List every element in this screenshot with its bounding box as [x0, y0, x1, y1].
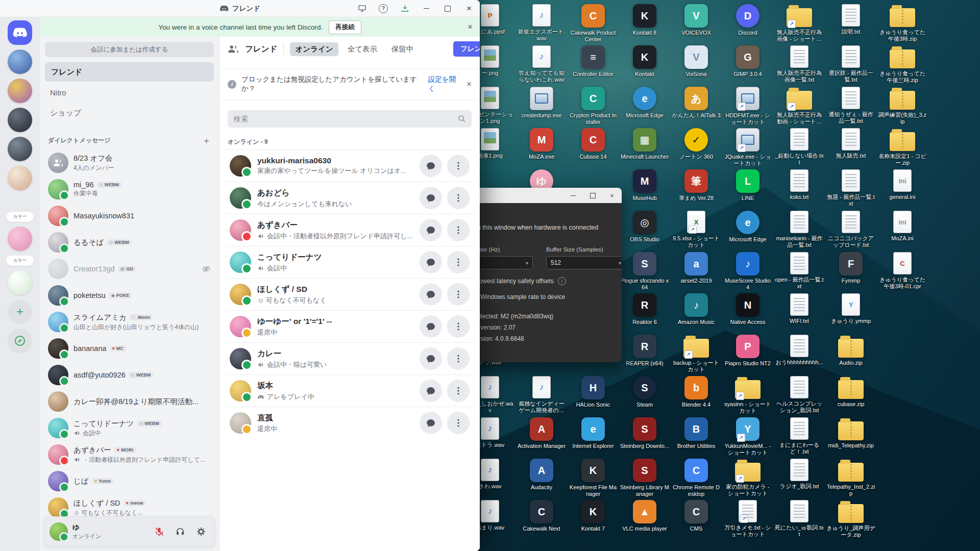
maximize-button[interactable]	[437, 0, 458, 17]
desktop-icon[interactable]: G ↗ GIMP 3.0.4	[723, 45, 772, 78]
desktop-icon[interactable]: S ↗ Steinberg Downlo...	[620, 417, 669, 449]
info-icon[interactable]: i	[558, 277, 566, 285]
desktop-icon[interactable]: K ↗ Keepforest File Manager	[569, 459, 618, 497]
dm-item[interactable]: mi_96 ◇WEBM 作業中毒	[44, 176, 215, 203]
desktop-icon[interactable]: ↗ ksks.txt	[775, 169, 824, 201]
more-options-button[interactable]	[447, 412, 470, 434]
friend-row[interactable]: あおどら 今はメンションしても来れない	[226, 182, 474, 214]
reconnect-button[interactable]: 再接続	[329, 20, 361, 34]
help-icon[interactable]: ?	[373, 0, 394, 17]
message-button[interactable]	[420, 315, 442, 338]
update-download-icon[interactable]	[394, 0, 415, 17]
desktop-icon[interactable]: ♪ ↗ 答え知ってても知らないわこれ.wav	[517, 45, 566, 83]
desktop-icon[interactable]: Y ↗ きゅうり.ymmp	[826, 293, 875, 324]
desktop-icon[interactable]: ↗ HDDFMT.exe - ショートカット	[723, 87, 772, 126]
dm-item[interactable]: あずきバー ♥MORI ・活動者様以外原則フレンド申請許可してま...	[44, 441, 215, 468]
eye-slash-icon[interactable]	[202, 264, 211, 273]
user-panel[interactable]: ゆ オンライン	[44, 516, 215, 547]
desktop-icon[interactable]: a ↗ airset2-2019	[672, 252, 721, 284]
desktop-icon[interactable]: ↗ きゅうり食ってた午後3時.zip	[878, 4, 927, 42]
desktop-icon[interactable]: ↗ 調声練習(失敗)_3.zip	[878, 87, 927, 125]
tab[interactable]: 保留中	[386, 42, 419, 56]
friend-row[interactable]: yukkuri-marisa0630 家康の家やってツールを操ツール オリコンは…	[226, 149, 474, 182]
message-button[interactable]	[420, 251, 442, 273]
desktop-icon[interactable]: ↗ manisekarin - 親作品一覧.txt	[775, 211, 824, 248]
server-item[interactable]: カサー +	[6, 256, 34, 266]
desktop-icon[interactable]: e ↗ Microsoft Edge	[723, 211, 772, 243]
settings-gear-button[interactable]	[193, 523, 209, 540]
desktop-icon[interactable]: ↗ Telepathy_Inst_2.zip	[826, 459, 875, 497]
desktop-icon[interactable]: C ↗ Cubase 14	[569, 128, 618, 160]
more-options-button[interactable]	[447, 347, 470, 370]
desktop-icon[interactable]: ↗ ニコニコバックアップロード.txt	[826, 211, 875, 248]
desktop-icon[interactable]: ≡ ↗ Controller Editor	[569, 45, 618, 78]
dm-item[interactable]: るるそば ◇WEBM	[44, 229, 215, 256]
desktop-icon[interactable]: ↗ WIFI.txt	[775, 293, 824, 324]
desktop-icon[interactable]: M ↗ MoZA.exe	[517, 128, 566, 160]
desktop-icon[interactable]: S ↗ Plogue sforzando x64	[620, 252, 669, 291]
desktop-icon[interactable]: ↗ 説明.txt	[826, 4, 875, 35]
dm-item[interactable]: poketetsu ◆POKE	[44, 282, 215, 309]
server-item[interactable]: +	[8, 227, 32, 251]
desktop-icon[interactable]: ↗ おうhhhhhhhhhh...	[775, 335, 824, 366]
sidebar-nav-item[interactable]: Nitro	[45, 83, 214, 102]
desktop-icon[interactable]: K ↗ Kontakt 7	[569, 500, 618, 532]
desktop-icon[interactable]: V ↗ VoiSona	[672, 45, 721, 78]
desktop-icon[interactable]: ↗ ヘルスコンプレッション_歌詞.txt	[775, 376, 824, 414]
desktop-icon[interactable]: ▦ ↗ Minecraft Launcher	[620, 128, 669, 160]
desktop-icon[interactable]: C ↗ Cakewalk Product Center	[569, 4, 618, 43]
desktop-icon[interactable]: ini ↗ general.ini	[878, 169, 927, 201]
dm-item[interactable]: bananana ♥MC	[44, 335, 215, 362]
mic-muted-button[interactable]	[151, 523, 167, 540]
sidebar-nav-item[interactable]: フレンド	[45, 62, 214, 82]
buffer-size-select[interactable]: 512 ▾	[546, 256, 622, 269]
desktop-icon[interactable]: C ↗ Cakewalk Next	[517, 500, 566, 532]
friend-row[interactable]: ゆーゆー' or '1'='1' -- 退席中	[226, 310, 474, 342]
desktop-icon[interactable]: ↗ 無人販売不正行為動画 - ショートカット	[775, 87, 824, 125]
desktop-icon[interactable]: M ↗ MuseHub	[620, 169, 669, 202]
close-button[interactable]: ×	[602, 188, 622, 203]
desktop-icon[interactable]: ↗ cubase.zip	[826, 376, 875, 408]
friend-row[interactable]: 直孤 退席中	[226, 407, 474, 439]
desktop-icon[interactable]: S ↗ Steam	[620, 376, 669, 408]
desktop-icon[interactable]: ↗ まにまにわーるど！.txt	[775, 417, 824, 455]
more-options-button[interactable]	[447, 315, 470, 338]
server-item[interactable]: +	[8, 108, 32, 132]
desktop-icon[interactable]: ✓ ↗ ノートン 360	[672, 128, 721, 160]
add-friend-button[interactable]: フレンドに追加	[453, 41, 480, 57]
server-item[interactable]: カサー +	[6, 212, 34, 222]
desktop-icon[interactable]: ini ↗ MoZA.ini	[878, 211, 927, 242]
minimize-button[interactable]	[415, 0, 437, 17]
server-item[interactable]: +	[8, 20, 32, 45]
open-settings-link[interactable]: 設定を開く	[428, 75, 461, 93]
desktop-icon[interactable]: ↗ 通知うぜぇ - 親作品一覧.txt	[826, 87, 875, 124]
more-options-button[interactable]	[447, 283, 470, 306]
dm-item[interactable]: Masayukisnow831	[44, 203, 215, 229]
desktop-icon[interactable]: ↗ JQuake.exe - ショートカット	[723, 128, 772, 167]
server-item[interactable]: +	[8, 49, 32, 74]
desktop-icon[interactable]: ♪ ↗ MuseScore Studio 4	[723, 252, 772, 291]
create-dm-icon[interactable]: ＋	[202, 135, 211, 146]
message-button[interactable]	[420, 347, 442, 370]
desktop-icon[interactable]: ↗ 無人販売.txt	[826, 128, 875, 159]
minimize-button[interactable]	[564, 188, 583, 203]
message-button[interactable]	[420, 219, 442, 241]
desktop-icon[interactable]: ↗ きゅうり_調声用データ.zip	[826, 500, 875, 538]
desktop-icon[interactable]: ↗ 名称未設定1 - コピー.zip	[878, 128, 927, 166]
dm-item[interactable]: こってりドーナツ ◇WEBM 会話中	[44, 415, 215, 441]
desktop-icon[interactable]: Y ↗ YukkunMovieM... - ショートカット	[723, 417, 772, 456]
desktop-icon[interactable]: ↗ syasinn - ショートカット	[723, 376, 772, 414]
friend-row[interactable]: あずきバー 会話中・活動者様以外原則フレンド申請許可し...	[226, 214, 474, 246]
message-button[interactable]	[420, 187, 442, 209]
desktop-icon[interactable]: ♪ ↗ 孤独なインディーゲーム開発者の一生....wav	[517, 376, 566, 414]
desktop-icon[interactable]: D ↗ Discord	[723, 4, 772, 36]
desktop-icon[interactable]: ↗ 無人販売不正行為画像 - ショートカッ...	[775, 4, 824, 42]
server-item[interactable]: +	[8, 79, 32, 103]
maximize-button[interactable]	[583, 188, 602, 203]
server-item[interactable]: +	[8, 137, 32, 161]
desktop-icon[interactable]: ↗ 家の防犯カメラ - ショートカット	[723, 459, 772, 497]
desktop-icon[interactable]: ↗ open - 親作品一覧.txt	[775, 252, 824, 290]
desktop-icon[interactable]: ↗ きゅうり食ってた午後三時.zip	[878, 45, 927, 84]
desktop-icon[interactable]: ↗ backup - ショートカット	[672, 335, 721, 373]
more-options-button[interactable]	[447, 251, 470, 273]
